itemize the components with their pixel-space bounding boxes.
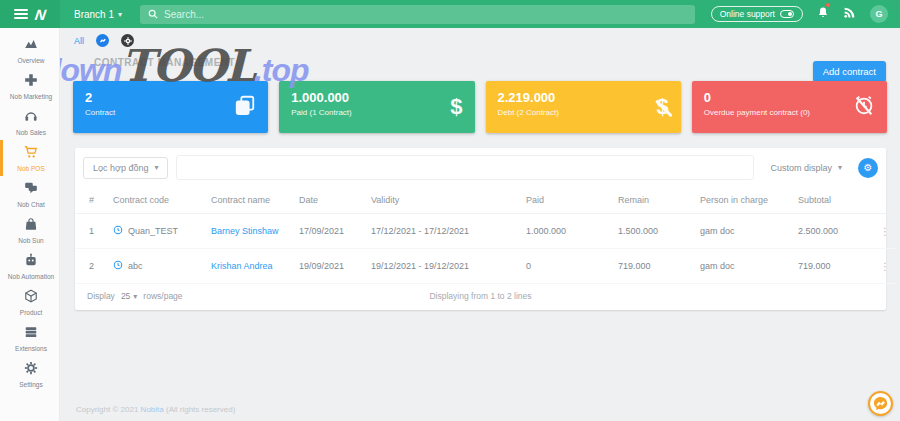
cell-remain: 719.000 [610, 249, 692, 284]
custom-display-label: Custom display [770, 163, 832, 173]
display-label: Display [87, 291, 115, 301]
alarm-off-icon [853, 94, 875, 120]
app-logo[interactable]: N [34, 6, 47, 23]
sidebar-item-overview[interactable]: Overview [0, 32, 59, 68]
sidebar-item-nob-sales[interactable]: Nob Sales [0, 104, 59, 140]
gear-overlay-icon[interactable] [121, 34, 134, 47]
card-value: 0 [704, 90, 875, 105]
col-subtotal[interactable]: Subtotal [790, 187, 872, 214]
sidebar-item-label: Extensions [15, 345, 47, 352]
card-label: Contract [85, 108, 256, 117]
sidebar-nav: Overview Nob Marketing Nob Sales Nob POS… [0, 28, 60, 421]
rows-suffix-label: rows/page [143, 291, 182, 301]
box-icon [24, 289, 38, 307]
sidebar-item-product[interactable]: Product [0, 284, 59, 320]
table-row[interactable]: 2 abc Krishan Andrea 19/09/2021 19/12/20… [75, 249, 896, 284]
global-search[interactable] [140, 5, 695, 24]
col-contract-name[interactable]: Contract name [203, 187, 291, 214]
sidebar-item-nob-marketing[interactable]: Nob Marketing [0, 68, 59, 104]
sidebar-item-nob-pos[interactable]: Nob POS [0, 140, 59, 176]
contracts-table: # Contract code Contract name Date Valid… [75, 187, 896, 284]
rows-per-page-select[interactable]: 25 [121, 291, 137, 301]
messenger-overlay-icon[interactable] [96, 34, 109, 47]
messenger-chat-button[interactable] [868, 391, 893, 416]
card-value: 1.000.000 [291, 90, 462, 105]
row-menu-button[interactable] [872, 249, 896, 284]
table-row[interactable]: 1 Quan_TEST Barney Stinshaw 17/09/2021 1… [75, 214, 896, 249]
filter-search-input[interactable] [176, 155, 754, 180]
sidebar-item-label: Nob Sales [16, 129, 46, 136]
cell-paid: 1.000.000 [518, 214, 610, 249]
cell-index: 2 [75, 249, 105, 284]
online-support-label: Online support [720, 9, 775, 19]
col-person[interactable]: Person in charge [692, 187, 790, 214]
card-value: 2.219.000 [498, 90, 669, 105]
online-support-button[interactable]: Online support [711, 6, 803, 22]
sidebar-item-label: Nob Automation [8, 273, 54, 280]
search-input[interactable] [164, 9, 687, 20]
history-clock-icon[interactable] [113, 225, 123, 237]
col-remain[interactable]: Remain [610, 187, 692, 214]
cell-person: gam doc [692, 249, 790, 284]
cell-contract-code: abc [113, 260, 195, 272]
cell-contract-code: Quan_TEST [113, 225, 195, 237]
cell-validity: 17/12/2021 - 17/12/2021 [363, 214, 518, 249]
col-validity[interactable]: Validity [363, 187, 518, 214]
sidebar-item-label: Overview [17, 57, 44, 64]
pagination-summary: Displaying from 1 to 2 lines [429, 291, 531, 301]
notifications-button[interactable] [817, 5, 829, 23]
cell-index: 1 [75, 214, 105, 249]
col-contract-code[interactable]: Contract code [105, 187, 203, 214]
cell-subtotal: 2.500.000 [790, 214, 872, 249]
col-actions [872, 187, 896, 214]
headset-icon [24, 109, 38, 127]
tab-all[interactable]: All [74, 36, 84, 46]
tabs-row: All [60, 28, 900, 47]
contract-name-link[interactable]: Barney Stinshaw [211, 226, 279, 236]
table-header-row: # Contract code Contract name Date Valid… [75, 187, 896, 214]
copyright-brand-link[interactable]: Nobita [141, 405, 164, 414]
row-menu-button[interactable] [872, 214, 896, 249]
history-clock-icon[interactable] [113, 260, 123, 272]
card-contracts[interactable]: 2 Contract [73, 81, 268, 133]
card-label: Debt (2 Contract) [498, 108, 669, 117]
sidebar-item-nob-automation[interactable]: Nob Automation [0, 248, 59, 284]
sidebar-item-settings[interactable]: Settings [0, 356, 59, 392]
add-contract-button[interactable]: Add contract [813, 61, 886, 82]
navbar-actions: Online support G [711, 5, 888, 23]
sidebar-item-label: Product [20, 309, 42, 316]
robot-icon [24, 253, 38, 271]
page-title: CONTRACT MANAGEMENT [94, 57, 900, 68]
dollar-icon: $ [450, 94, 462, 120]
contract-filter-label: Lọc hợp đồng [93, 163, 148, 173]
col-index[interactable]: # [75, 187, 105, 214]
table-footer: Display 25 rows/page Displaying from 1 t… [75, 284, 886, 310]
contract-filter-dropdown[interactable]: Lọc hợp đồng [83, 157, 168, 179]
col-date[interactable]: Date [291, 187, 363, 214]
chat-icon [24, 181, 38, 199]
sidebar-item-extensions[interactable]: Extensions [0, 320, 59, 356]
sidebar-item-nob-sun[interactable]: Nob Sun [0, 212, 59, 248]
card-debt[interactable]: 2.219.000 Debt (2 Contract) $ [486, 81, 681, 133]
top-navbar: N Branch 1 Online support G [0, 0, 900, 28]
card-value: 2 [85, 90, 256, 105]
card-overdue[interactable]: 0 Overdue payment contract (0) [692, 81, 887, 133]
dollar-slash-icon: $ [657, 94, 669, 120]
chart-area-icon [24, 37, 38, 55]
user-avatar[interactable]: G [870, 5, 888, 23]
feed-button[interactable] [843, 5, 856, 23]
cell-validity: 19/12/2021 - 19/12/2021 [363, 249, 518, 284]
contract-name-link[interactable]: Krishan Andrea [211, 261, 273, 271]
avatar-initial: G [875, 9, 882, 19]
sidebar-item-nob-chat[interactable]: Nob Chat [0, 176, 59, 212]
card-paid[interactable]: 1.000.000 Paid (1 Contract) $ [279, 81, 474, 133]
copyright-text: Copyright © 2021 Nobita (All rights rese… [76, 405, 235, 414]
hamburger-menu-icon[interactable] [14, 9, 28, 19]
branch-selector[interactable]: Branch 1 [74, 9, 122, 20]
contracts-panel: Lọc hợp đồng Custom display # Contract c… [75, 148, 886, 310]
cell-subtotal: 719.000 [790, 249, 872, 284]
search-icon [148, 5, 158, 23]
custom-display-dropdown[interactable]: Custom display [762, 158, 850, 178]
table-settings-button[interactable] [858, 158, 878, 178]
col-paid[interactable]: Paid [518, 187, 610, 214]
